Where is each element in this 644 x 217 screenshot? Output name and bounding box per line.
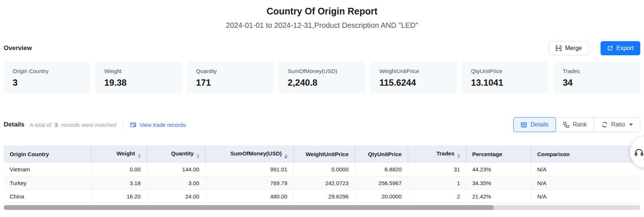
col-label: SumOfMoney(USD) (230, 150, 282, 157)
card-value: 2,240.8 (288, 78, 357, 88)
table-row: Turkey 3.18 3.00 769.79 242.0723 256.596… (4, 176, 640, 190)
card-qty-unit-price: QtyUnitPrice 13.1041 (462, 62, 549, 93)
tab-ratio[interactable]: Ratio (594, 117, 640, 132)
cell-percentage: 44.23% (466, 163, 531, 176)
cell-origin-country: Turkey (4, 176, 91, 190)
cell-comparison: N/A (531, 163, 640, 176)
card-label: Quantity (196, 68, 265, 74)
cell-weight: 0.00 (91, 163, 147, 176)
sort-icon-active-desc (284, 154, 287, 158)
tab-rank[interactable]: Rank (556, 117, 594, 132)
cell-trades: 2 (408, 190, 466, 203)
cell-percentage: 21.42% (466, 190, 531, 203)
merge-button[interactable]: Merge (549, 41, 588, 55)
vertical-divider (123, 122, 123, 128)
cell-sum-of-money: 991.01 (205, 163, 293, 176)
col-header-sum-of-money[interactable]: SumOfMoney(USD) (205, 145, 293, 163)
col-label: QtyUnitPrice (368, 151, 402, 157)
cell-weight: 3.18 (91, 176, 147, 190)
cell-trades: 1 (408, 176, 466, 190)
overview-heading: Overview (4, 45, 32, 52)
card-origin-country: Origin Country 3 (4, 62, 90, 93)
card-label: Origin Country (13, 68, 81, 74)
cell-sum-of-money: 769.79 (205, 176, 293, 190)
col-label: Origin Country (10, 151, 49, 157)
card-trades: Trades 34 (554, 62, 640, 93)
view-trade-records-label: View trade records (139, 122, 186, 128)
table-row: Vietnam 0.00 144.00 991.01 0.0000 6.8820… (4, 163, 640, 176)
cell-comparison: N/A (531, 176, 640, 190)
cell-quantity: 24.00 (147, 190, 205, 203)
col-header-quantity[interactable]: Quantity (147, 145, 205, 163)
col-header-trades[interactable]: Trades (408, 145, 466, 163)
col-label: Trades (436, 150, 454, 157)
horizontal-scrollbar-track[interactable] (4, 205, 640, 210)
matched-count: 3 (55, 122, 58, 128)
cell-origin-country: Vietnam (4, 163, 91, 176)
cell-sum-of-money: 480.00 (205, 190, 293, 203)
col-label: Percentage (472, 151, 502, 157)
col-header-qty-unit-price: QtyUnitPrice (355, 145, 408, 163)
card-value: 3 (13, 78, 81, 88)
cell-weight-unit-price: 29.6296 (293, 190, 355, 203)
table-header-row: Origin Country Weight Quantity SumOfMone… (4, 145, 640, 163)
card-quantity: Quantity 171 (187, 62, 274, 93)
details-header-row: Details A total of 3 records were matche… (0, 117, 644, 132)
cell-percentage: 34.35% (466, 176, 531, 190)
window-arrow-icon (130, 122, 136, 128)
col-header-weight-unit-price: WeightUnitPrice (293, 145, 355, 163)
col-header-weight[interactable]: Weight (91, 145, 147, 163)
tab-details[interactable]: Details (513, 117, 556, 132)
horizontal-scrollbar-thumb[interactable] (4, 205, 494, 210)
cell-weight-unit-price: 242.0723 (293, 176, 355, 190)
card-value: 13.1041 (471, 78, 540, 88)
merge-icon (556, 45, 562, 51)
cell-qty-unit-price: 6.8820 (355, 163, 408, 176)
card-value: 171 (196, 78, 265, 88)
tab-details-label: Details (530, 121, 549, 128)
cell-origin-country: China (4, 190, 91, 203)
export-button[interactable]: Export (601, 41, 640, 55)
card-weight-unit-price: WeightUnitPrice 115.6244 (370, 62, 457, 93)
flowchart-icon (563, 122, 569, 128)
headset-icon (634, 147, 644, 157)
card-value: 115.6244 (379, 78, 448, 88)
sync-circle-icon (601, 121, 608, 128)
summary-suffix: records were matched (61, 122, 116, 128)
summary-prefix: A total of (30, 122, 51, 128)
tab-rank-label: Rank (573, 121, 586, 128)
table-row: China 16.20 24.00 480.00 29.6296 20.0000… (4, 190, 640, 203)
overview-cards: Origin Country 3 Weight 19.38 Quantity 1… (0, 62, 644, 93)
card-label: Trades (563, 68, 631, 74)
details-heading: Details (4, 121, 25, 128)
export-button-label: Export (617, 45, 634, 52)
card-weight: Weight 19.38 (95, 62, 182, 93)
card-label: Weight (104, 68, 173, 74)
table-grid-icon (521, 122, 527, 128)
overview-header-row: Overview Merge Export (0, 41, 644, 56)
toolbar: Merge Export (549, 41, 640, 55)
cell-quantity: 144.00 (147, 163, 205, 176)
cell-weight: 16.20 (91, 190, 147, 203)
details-table: Origin Country Weight Quantity SumOfMone… (4, 145, 640, 203)
card-label: WeightUnitPrice (379, 68, 448, 74)
col-label: Weight (117, 150, 135, 157)
cell-qty-unit-price: 256.5967 (355, 176, 408, 190)
cell-quantity: 3.00 (147, 176, 205, 190)
col-header-percentage: Percentage (466, 145, 531, 163)
card-label: QtyUnitPrice (471, 68, 540, 74)
external-link-icon (607, 45, 613, 51)
cell-comparison: N/A (531, 190, 640, 203)
col-label: WeightUnitPrice (306, 151, 349, 157)
records-matched-summary: A total of 3 records were matched (30, 122, 116, 128)
cell-weight-unit-price: 0.0000 (293, 163, 355, 176)
sort-icon (196, 154, 199, 158)
col-header-origin-country: Origin Country (4, 145, 91, 163)
card-value: 34 (563, 78, 631, 88)
page-title: Country Of Origin Report (0, 0, 644, 17)
card-sum-of-money: SumOfMoney(USD) 2,240.8 (279, 62, 365, 93)
view-switcher: Details Rank Ratio (513, 117, 640, 132)
merge-button-label: Merge (565, 45, 582, 52)
chevron-down-icon (629, 124, 633, 126)
view-trade-records-link[interactable]: View trade records (130, 122, 186, 128)
